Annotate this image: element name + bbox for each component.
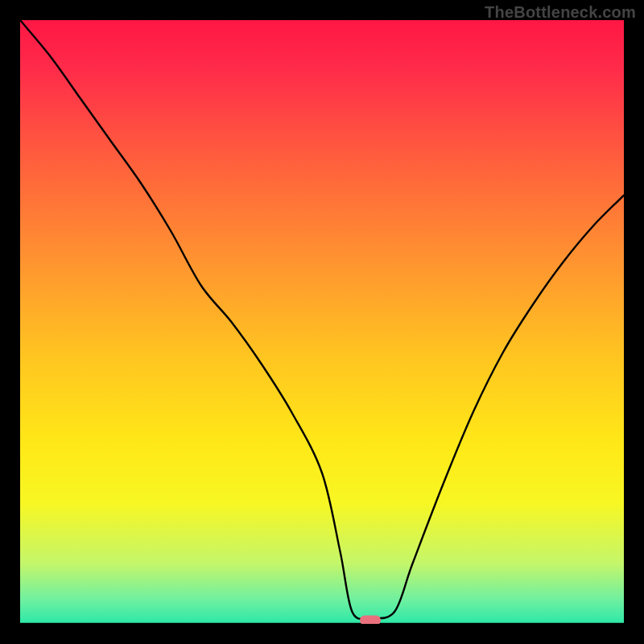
bottleneck-chart — [20, 20, 624, 624]
chart-frame: TheBottleneck.com — [0, 0, 644, 644]
plot-area — [20, 20, 624, 624]
watermark-text: TheBottleneck.com — [485, 3, 636, 22]
current-config-marker — [360, 616, 381, 625]
gradient-background — [20, 20, 624, 624]
